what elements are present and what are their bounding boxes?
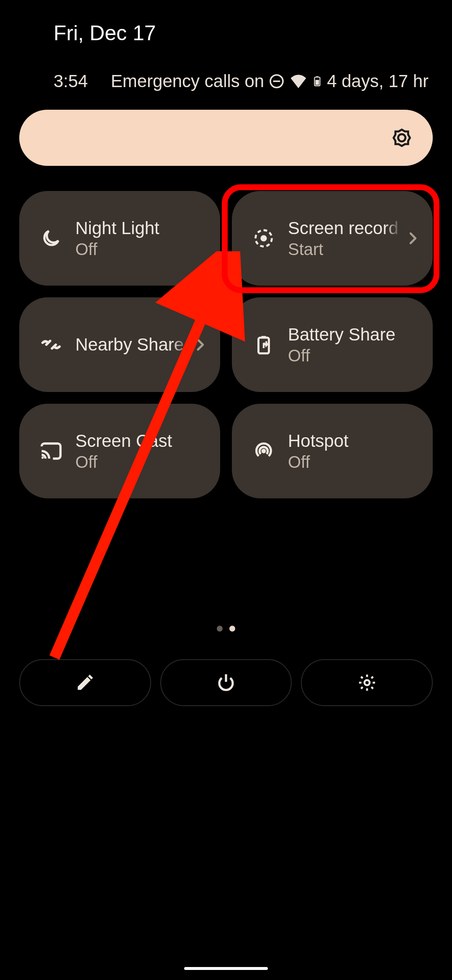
settings-button[interactable] (301, 659, 433, 706)
tile-sub: Off (75, 240, 208, 259)
status-right-cluster: Emergency calls on 4 days, 17 hr (111, 71, 429, 91)
status-bar: 3:54 Emergency calls on 4 days, 17 hr (0, 71, 452, 91)
tile-label: Hotspot (288, 431, 421, 451)
gear-icon (357, 673, 377, 692)
svg-point-8 (260, 235, 267, 241)
wifi-icon (289, 72, 308, 90)
tile-sub: Off (288, 453, 421, 472)
tile-screen-record[interactable]: Screen record Start (232, 191, 433, 286)
svg-point-6 (398, 134, 405, 141)
tile-label: Screen record (288, 218, 402, 238)
cast-icon (39, 438, 64, 464)
power-button[interactable] (160, 659, 292, 706)
nearby-share-icon (39, 332, 64, 357)
svg-point-14 (365, 680, 370, 685)
tile-label: Night Light (75, 218, 208, 238)
chevron-right-icon (192, 336, 208, 353)
moon-icon (39, 226, 64, 251)
brightness-icon (391, 127, 413, 149)
emergency-text: Emergency calls on (111, 71, 285, 91)
bottom-actions (19, 659, 433, 706)
edit-tiles-button[interactable] (19, 659, 151, 706)
chevron-right-icon (404, 230, 421, 247)
page-dot (217, 626, 223, 632)
page-dot-active (229, 626, 235, 632)
record-icon (251, 226, 276, 251)
tile-sub: Off (75, 453, 208, 472)
svg-rect-10 (262, 336, 266, 338)
battery-estimate: 4 days, 17 hr (327, 71, 429, 91)
power-icon (216, 673, 236, 693)
pagination-dots (217, 626, 235, 632)
brightness-slider[interactable] (19, 110, 433, 166)
tile-label: Nearby Share (75, 335, 189, 355)
svg-point-12 (262, 449, 266, 454)
tile-label: Battery Share (288, 325, 421, 345)
svg-point-11 (41, 456, 44, 459)
hotspot-icon (251, 438, 276, 464)
clock: 3:54 (54, 71, 88, 91)
tile-hotspot[interactable]: Hotspot Off (232, 404, 433, 498)
svg-rect-4 (316, 80, 319, 85)
nav-handle[interactable] (184, 967, 268, 970)
battery-share-icon (251, 332, 276, 357)
tile-sub: Start (288, 240, 402, 259)
tile-sub: Off (288, 346, 421, 365)
tile-battery-share[interactable]: Battery Share Off (232, 297, 433, 392)
tile-nearby-share[interactable]: Nearby Share (19, 297, 220, 392)
svg-marker-5 (394, 130, 410, 146)
svg-rect-3 (316, 76, 318, 77)
dnd-circle-icon (268, 73, 285, 90)
tile-screen-cast[interactable]: Screen Cast Off (19, 404, 220, 498)
tile-night-light[interactable]: Night Light Off (19, 191, 220, 286)
date-label: Fri, Dec 17 (54, 21, 156, 45)
pencil-icon (75, 673, 95, 692)
tile-label: Screen Cast (75, 431, 208, 451)
quick-tiles-grid: Night Light Off Screen record Start (19, 191, 433, 498)
battery-icon (312, 72, 323, 90)
